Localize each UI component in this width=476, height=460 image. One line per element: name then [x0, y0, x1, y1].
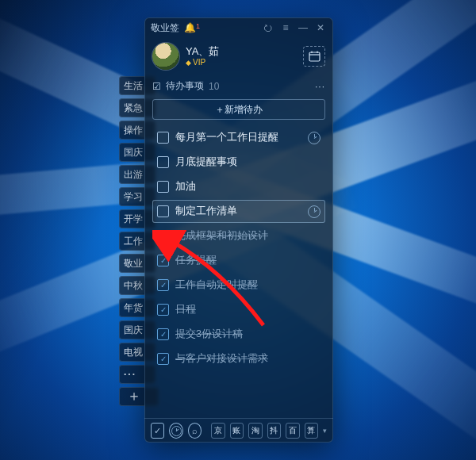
shortcut-chip[interactable]: 京 [211, 423, 225, 439]
todo-label: 提交3份设计稿 [175, 328, 321, 341]
todo-checkbox[interactable] [157, 205, 169, 217]
todo-item[interactable]: 制定工作清单 [152, 200, 325, 223]
todo-item[interactable]: 月底提醒事项 [152, 151, 325, 174]
avatar[interactable] [152, 43, 179, 70]
todo-label: 日程 [175, 303, 321, 316]
todo-label: 任务提醒 [175, 254, 321, 267]
add-todo-button[interactable]: ＋新增待办 [152, 99, 325, 120]
todo-label: 加油 [175, 180, 321, 194]
titlebar: 敬业签 🔔1 ⭮ ≡ — ✕ [144, 17, 333, 38]
calendar-icon [309, 51, 321, 62]
bottom-bar: ✓ ⌕ 京 账 淘 抖 百 算 ▾ [144, 418, 333, 443]
pin-icon: ☑ [152, 81, 161, 92]
todo-item[interactable]: 完成框架和初始设计 [152, 224, 325, 247]
todo-label: 月底提醒事项 [175, 155, 321, 169]
section-title: 待办事项 [166, 79, 204, 93]
todo-label: 工作自动定时提醒 [175, 278, 321, 292]
todo-checkbox[interactable] [157, 353, 169, 365]
username: YA、茹 [186, 46, 219, 58]
calendar-button[interactable] [303, 46, 325, 67]
section-more-icon[interactable]: ··· [315, 81, 325, 92]
todo-label: 与客户对接设计需求 [175, 352, 321, 366]
todo-label: 完成框架和初始设计 [175, 229, 321, 243]
timed-view-icon[interactable] [169, 423, 182, 439]
svg-rect-0 [309, 52, 320, 61]
todo-item[interactable]: 任务提醒 [152, 249, 325, 272]
shortcut-chip[interactable]: 账 [230, 423, 244, 439]
notification-bell-icon[interactable]: 🔔1 [184, 22, 200, 33]
todo-label: 每月第一个工作日提醒 [175, 131, 301, 144]
reminder-clock-icon [308, 132, 321, 144]
todo-item[interactable]: 每月第一个工作日提醒 [152, 126, 325, 149]
shortcut-chip[interactable]: 淘 [248, 423, 262, 439]
section-count: 10 [209, 81, 219, 92]
todo-checkbox[interactable] [157, 181, 169, 193]
todo-item[interactable]: 与客户对接设计需求 [152, 347, 325, 370]
section-header: ☑ 待办事项 10 ··· [144, 76, 333, 96]
desktop-wallpaper: 生活 紧急 操作 国庆 出游 学习 开学 工作 敬业 中秋 年货 国庆 电视 ·… [0, 0, 476, 460]
completed-view-icon[interactable]: ✓ [151, 423, 164, 439]
vip-badge: VIP [186, 58, 219, 67]
todo-label: 制定工作清单 [175, 205, 301, 218]
sync-icon[interactable]: ⭮ [262, 21, 274, 34]
todo-item[interactable]: 提交3份设计稿 [152, 323, 325, 346]
todo-item[interactable]: 日程 [152, 298, 325, 321]
todo-checkbox[interactable] [157, 279, 169, 291]
todo-item[interactable]: 工作自动定时提醒 [152, 274, 325, 297]
shortcut-chip[interactable]: 百 [286, 423, 299, 439]
todo-list: 每月第一个工作日提醒月底提醒事项加油制定工作清单完成框架和初始设计任务提醒工作自… [144, 125, 333, 418]
chevron-down-icon[interactable]: ▾ [323, 427, 327, 435]
todo-checkbox[interactable] [157, 230, 169, 242]
shortcut-chip[interactable]: 算 [305, 423, 318, 439]
todo-checkbox[interactable] [157, 328, 169, 340]
close-icon[interactable]: ✕ [314, 21, 327, 34]
app-window: 敬业签 🔔1 ⭮ ≡ — ✕ YA、茹 VIP [144, 17, 333, 443]
todo-checkbox[interactable] [157, 304, 169, 316]
shortcut-chip[interactable]: 抖 [267, 423, 281, 439]
todo-checkbox[interactable] [157, 132, 169, 144]
minimize-icon[interactable]: — [297, 21, 309, 34]
menu-icon[interactable]: ≡ [279, 21, 292, 34]
todo-item[interactable]: 加油 [152, 175, 325, 198]
notification-count: 1 [196, 22, 200, 30]
app-title: 敬业签 [151, 21, 179, 35]
user-bar: YA、茹 VIP [144, 38, 333, 76]
reminder-clock-icon [308, 205, 321, 218]
search-icon[interactable]: ⌕ [188, 423, 202, 439]
todo-checkbox[interactable] [157, 156, 169, 168]
todo-checkbox[interactable] [157, 255, 169, 266]
